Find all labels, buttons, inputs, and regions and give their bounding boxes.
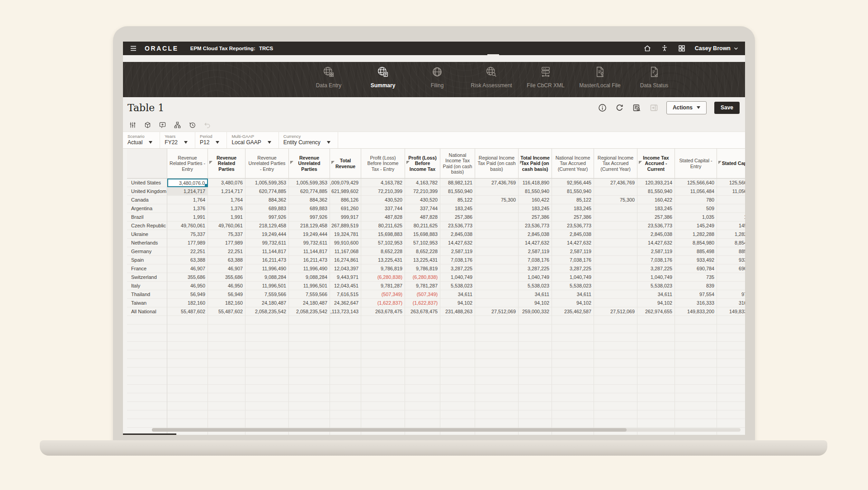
grid-cell[interactable] <box>594 290 637 299</box>
grid-cell-empty[interactable] <box>405 359 440 368</box>
grid-cell[interactable]: 509 <box>675 204 717 213</box>
grid-cell-empty[interactable] <box>405 316 440 325</box>
open-panel-icon[interactable] <box>649 103 659 113</box>
grid-cell[interactable]: 7,038,176 <box>519 256 552 264</box>
grid-cell[interactable] <box>475 213 519 221</box>
grid-cell[interactable]: 88,982,121 <box>440 179 475 187</box>
grid-cell[interactable]: (6,280,838) <box>361 273 405 282</box>
grid-cell-empty[interactable] <box>208 419 245 428</box>
grid-cell-empty[interactable] <box>405 393 440 402</box>
grid-cell[interactable] <box>475 282 519 290</box>
grid-cell[interactable]: 263,678,475 <box>405 307 440 316</box>
grid-cell-empty[interactable] <box>717 325 745 333</box>
grid-cell[interactable]: 72,210,399 <box>405 187 440 196</box>
grid-cell-empty[interactable] <box>330 350 361 359</box>
grid-cell[interactable]: 94,102 <box>552 299 594 307</box>
grid-cell-empty[interactable] <box>637 342 675 350</box>
grid-cell-empty[interactable] <box>552 368 594 376</box>
grid-cell[interactable]: 997,926 <box>289 213 330 221</box>
grid-cell[interactable]: 81,550,940 <box>440 187 475 196</box>
grid-cell-empty[interactable] <box>552 419 594 428</box>
grid-cell[interactable]: 46,907 <box>208 264 245 273</box>
grid-cell[interactable]: 2,845,038 <box>637 230 675 239</box>
grid-cell-empty[interactable] <box>717 333 745 342</box>
grid-cell-empty[interactable] <box>167 419 208 428</box>
grid-cell-empty[interactable] <box>637 368 675 376</box>
row-label[interactable]: Italy <box>127 282 167 290</box>
grid-cell-empty[interactable] <box>717 385 745 393</box>
column-header[interactable]: National Income Tax Paid (on cash basis) <box>440 149 475 179</box>
grid-cell-empty[interactable] <box>475 393 519 402</box>
grid-cell-empty[interactable] <box>475 342 519 350</box>
grid-cell[interactable]: 23,536,773 <box>519 221 552 230</box>
grid-cell[interactable]: 7,616,515 <box>330 290 361 299</box>
grid-cell[interactable]: 1,005,599,353 <box>245 179 289 187</box>
row-label[interactable]: France <box>127 264 167 273</box>
grid-cell[interactable]: 55,487,602 <box>208 307 245 316</box>
grid-cell-empty[interactable] <box>717 342 745 350</box>
grid-cell-empty[interactable] <box>405 410 440 419</box>
grid-cell[interactable]: 337,744 <box>405 204 440 213</box>
grid-cell[interactable]: 63,388 <box>167 256 208 264</box>
grid-cell[interactable]: 2,845,038 <box>440 230 475 239</box>
grid-cell-empty[interactable] <box>361 376 405 385</box>
grid-cell[interactable]: (507,349) <box>361 290 405 299</box>
grid-cell[interactable]: 94,102 <box>637 299 675 307</box>
grid-cell-empty[interactable] <box>440 359 475 368</box>
column-header[interactable]: Total Income Tax Paid (on cash basis) <box>519 149 552 179</box>
grid-cell-empty[interactable] <box>245 316 289 325</box>
grid-cell-empty[interactable] <box>717 376 745 385</box>
column-header[interactable]: Revenue Related Parties - Entry <box>167 149 208 179</box>
grid-cell[interactable]: 262,974,655 <box>637 307 675 316</box>
grid-cell-empty[interactable] <box>675 402 717 410</box>
grid-cell-empty[interactable] <box>405 376 440 385</box>
grid-cell[interactable]: 2,587,119 <box>440 247 475 256</box>
grid-cell-empty[interactable] <box>519 325 552 333</box>
grid-cell-empty[interactable] <box>208 368 245 376</box>
column-header[interactable]: Regional Income Tax Paid (on cash basis) <box>475 149 519 179</box>
grid-cell[interactable] <box>594 264 637 273</box>
column-header[interactable]: Revenue Unrelated Parties - Entry <box>245 149 289 179</box>
grid-cell[interactable]: 780 <box>717 196 745 204</box>
grid-cell[interactable]: 183,245 <box>440 204 475 213</box>
grid-cell[interactable]: 8,652,228 <box>361 247 405 256</box>
grid-cell[interactable]: 1,764 <box>167 196 208 204</box>
grid-cell-empty[interactable] <box>330 402 361 410</box>
grid-cell[interactable]: 75,337 <box>167 230 208 239</box>
grid-cell[interactable]: 14,427,632 <box>440 239 475 247</box>
grid-cell-empty[interactable] <box>594 359 637 368</box>
grid-cell[interactable]: 5,538,023 <box>637 282 675 290</box>
grid-cell-empty[interactable] <box>440 385 475 393</box>
grid-cell[interactable]: 11,056,484 <box>717 187 745 196</box>
grid-cell[interactable]: 3,287,225 <box>637 264 675 273</box>
grid-cell-empty[interactable] <box>289 410 330 419</box>
grid-cell-empty[interactable] <box>167 410 208 419</box>
grid-cell[interactable]: 81,550,940 <box>519 187 552 196</box>
grid-cell-empty[interactable] <box>440 316 475 325</box>
grid-cell-empty[interactable] <box>519 419 552 428</box>
grid-cell[interactable]: 1,991 <box>208 213 245 221</box>
grid-cell[interactable]: 1,035 <box>675 213 717 221</box>
grid-cell-empty[interactable] <box>245 376 289 385</box>
grid-cell[interactable]: 27,512,069 <box>594 307 637 316</box>
grid-cell-empty[interactable] <box>552 359 594 368</box>
grid-cell[interactable]: 218,129,458 <box>289 221 330 230</box>
grid-cell[interactable]: 9,786,819 <box>361 264 405 273</box>
grid-cell-empty[interactable] <box>289 333 330 342</box>
grid-cell-empty[interactable] <box>519 385 552 393</box>
grid-cell-empty[interactable] <box>440 350 475 359</box>
pov-years-dropdown[interactable]: YearsFY22 <box>160 132 195 148</box>
refresh-icon[interactable] <box>615 103 624 113</box>
grid-cell[interactable]: 85,122 <box>552 196 594 204</box>
grid-cell[interactable]: 120,393,214 <box>637 179 675 187</box>
grid-cell[interactable]: 23,536,773 <box>440 221 475 230</box>
grid-cell[interactable]: 11,144,817 <box>289 247 330 256</box>
grid-cell[interactable]: 8,854,980 <box>675 239 717 247</box>
grid-cell[interactable]: 487,828 <box>361 213 405 221</box>
grid-cell[interactable]: 99,910,600 <box>330 239 361 247</box>
grid-cell-empty[interactable] <box>675 393 717 402</box>
grid-cell-empty[interactable] <box>717 419 745 428</box>
grid-cell[interactable]: 780 <box>675 196 717 204</box>
nav-item-master-local-file[interactable]: Master/Local File <box>573 66 627 89</box>
grid-cell[interactable]: 3,287,225 <box>440 264 475 273</box>
